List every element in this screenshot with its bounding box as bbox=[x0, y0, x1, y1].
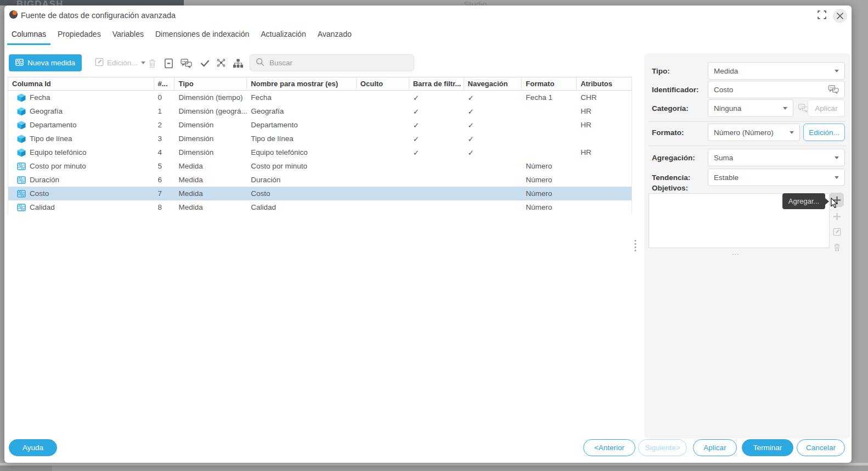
background-bottom-left-block bbox=[0, 466, 52, 471]
measure-icon bbox=[17, 162, 26, 171]
table-row[interactable]: Geografía 1 Dimensión (geográ... Geograf… bbox=[8, 104, 632, 118]
identificador-input[interactable]: Costo bbox=[708, 81, 845, 98]
edit-dropdown-caret-icon[interactable] bbox=[141, 61, 145, 64]
tab-dimensiones-indexacion[interactable]: Dimensiones de indexación bbox=[155, 27, 249, 44]
table-header-row: Columna Id #... Tipo Nombre para mostrar… bbox=[8, 77, 632, 91]
search-box bbox=[250, 54, 414, 71]
panel-splitter-handle[interactable]: •••• bbox=[634, 239, 638, 252]
table-row[interactable]: Duración 6 Medida Duración Número bbox=[8, 173, 632, 187]
app-title-text: Studio bbox=[464, 0, 487, 5]
header-columna-id[interactable]: Columna Id bbox=[8, 77, 154, 90]
agregacion-label: Agregación: bbox=[652, 154, 695, 162]
advanced-datasource-dialog: Fuente de datos de configuración avanzad… bbox=[4, 5, 852, 463]
categoria-value: Ninguna bbox=[714, 104, 741, 113]
add-objective-icon[interactable] bbox=[830, 193, 844, 207]
divider bbox=[649, 121, 846, 122]
table-body: Fecha 0 Dimensión (tiempo) Fecha ✓ ✓ Fec… bbox=[8, 91, 632, 214]
dimension-icon bbox=[17, 93, 26, 102]
objetivos-resize-handle[interactable]: ... bbox=[732, 248, 740, 256]
dialog-tabs: Columnas Propiedades Variables Dimension… bbox=[12, 27, 352, 44]
join-molecule-icon[interactable] bbox=[215, 57, 227, 69]
tendencia-select[interactable]: Estable bbox=[708, 169, 845, 186]
header-barra-filtro[interactable]: Barra de filtr... bbox=[409, 77, 464, 90]
brand-text: BIGDASH bbox=[16, 0, 63, 5]
agregacion-select[interactable]: Suma bbox=[708, 149, 845, 166]
table-row[interactable]: Tipo de línea 3 Dimensión Tipo de línea … bbox=[8, 132, 632, 145]
header-atributos[interactable]: Atributos bbox=[577, 77, 632, 90]
background-top-bar: BIGDASH Studio bbox=[0, 0, 868, 5]
next-button-disabled[interactable]: Siguiente> bbox=[638, 439, 687, 456]
formato-edit-button[interactable]: Edición... bbox=[803, 124, 845, 141]
background-bottom-band-dark bbox=[0, 466, 868, 471]
measure-icon bbox=[17, 203, 26, 212]
new-measure-button[interactable]: Nueva medida bbox=[9, 54, 82, 71]
categoria-label: Categoría: bbox=[652, 104, 689, 113]
edit-button-disabled[interactable]: Edición... bbox=[95, 54, 145, 71]
brand-logo-area: BIGDASH bbox=[0, 0, 184, 5]
dialog-titlebar: Fuente de datos de configuración avanzad… bbox=[4, 5, 852, 27]
dialog-title: Fuente de datos de configuración avanzad… bbox=[21, 11, 176, 20]
new-measure-label: Nueva medida bbox=[27, 59, 75, 67]
tooltip-text: Agregar... bbox=[788, 197, 819, 205]
table-row[interactable]: Equipo telefónico 4 Dimensión Equipo tel… bbox=[8, 145, 632, 159]
datasource-logo-icon bbox=[9, 10, 18, 21]
tab-propiedades[interactable]: Propiedades bbox=[58, 27, 101, 44]
edit-objective-icon-disabled[interactable] bbox=[830, 225, 844, 239]
header-num[interactable]: #... bbox=[154, 77, 175, 90]
dimension-icon bbox=[17, 107, 26, 116]
tab-actualizacion[interactable]: Actualización bbox=[261, 27, 306, 44]
tipo-label: Tipo: bbox=[652, 67, 670, 75]
edit-label: Edición... bbox=[107, 59, 138, 67]
columns-toolbar: Nueva medida Edición... bbox=[4, 53, 636, 73]
hierarchy-icon[interactable] bbox=[232, 57, 244, 69]
translate-icon[interactable] bbox=[180, 57, 192, 69]
chevron-down-icon bbox=[790, 131, 794, 134]
tab-variables[interactable]: Variables bbox=[112, 27, 144, 44]
tipo-select[interactable]: Medida bbox=[708, 62, 845, 80]
delete-icon[interactable] bbox=[146, 57, 158, 69]
header-navegacion[interactable]: Navegación bbox=[464, 77, 522, 90]
measure-properties-panel: Tipo: Medida Identificador: Costo Catego… bbox=[644, 53, 850, 439]
dimension-icon bbox=[17, 148, 26, 157]
categoria-apply-button-disabled[interactable]: Aplicar bbox=[808, 99, 845, 117]
header-formato[interactable]: Formato bbox=[522, 77, 577, 90]
tendencia-value: Estable bbox=[714, 173, 739, 182]
dimension-icon bbox=[17, 121, 26, 130]
help-button[interactable]: Ayuda bbox=[9, 439, 57, 456]
table-row[interactable]: Calidad 8 Medida Calidad Número bbox=[8, 200, 632, 214]
tab-avanzado[interactable]: Avanzado bbox=[318, 27, 352, 44]
fullscreen-icon[interactable] bbox=[818, 10, 828, 21]
tab-columnas[interactable]: Columnas bbox=[12, 27, 46, 44]
table-row[interactable]: Fecha 0 Dimensión (tiempo) Fecha ✓ ✓ Fec… bbox=[8, 91, 632, 104]
card-minus-icon[interactable] bbox=[162, 57, 174, 69]
columns-table: Columna Id #... Tipo Nombre para mostrar… bbox=[8, 77, 632, 214]
previous-button[interactable]: <Anterior bbox=[583, 439, 635, 456]
validate-check-icon[interactable] bbox=[199, 57, 211, 69]
translate-icon[interactable] bbox=[828, 85, 839, 94]
add-objective-secondary-icon-disabled[interactable] bbox=[830, 209, 844, 223]
identificador-value: Costo bbox=[714, 86, 733, 94]
delete-objective-icon-disabled[interactable] bbox=[830, 240, 844, 254]
formato-select[interactable]: Número (Número) bbox=[708, 124, 800, 141]
table-row[interactable]: Departamento 2 Dimensión Departamento ✓ … bbox=[8, 118, 632, 132]
categoria-select[interactable]: Ninguna bbox=[708, 99, 793, 117]
agregacion-value: Suma bbox=[714, 154, 733, 162]
divider bbox=[649, 145, 846, 146]
chevron-down-icon bbox=[835, 176, 839, 179]
table-row[interactable]: Costo 7 Medida Costo Número bbox=[8, 187, 632, 200]
translate-icon-disabled[interactable] bbox=[798, 104, 809, 113]
add-objective-tooltip: Agregar... bbox=[782, 193, 825, 209]
tendencia-label: Tendencia: bbox=[652, 173, 690, 182]
measure-icon bbox=[17, 176, 26, 184]
identificador-label: Identificador: bbox=[652, 86, 699, 94]
header-oculto[interactable]: Oculto bbox=[357, 77, 409, 90]
dimension-icon bbox=[17, 134, 26, 143]
header-nombre[interactable]: Nombre para mostrar (es) bbox=[247, 77, 357, 90]
close-icon[interactable] bbox=[833, 9, 847, 23]
cancel-button[interactable]: Cancelar bbox=[797, 439, 845, 456]
finish-button[interactable]: Terminar bbox=[742, 439, 793, 456]
table-row[interactable]: Costo por minuto 5 Medida Costo por minu… bbox=[8, 159, 632, 173]
header-tipo[interactable]: Tipo bbox=[174, 77, 247, 90]
apply-button[interactable]: Aplicar bbox=[693, 439, 737, 456]
search-input[interactable] bbox=[269, 59, 401, 67]
